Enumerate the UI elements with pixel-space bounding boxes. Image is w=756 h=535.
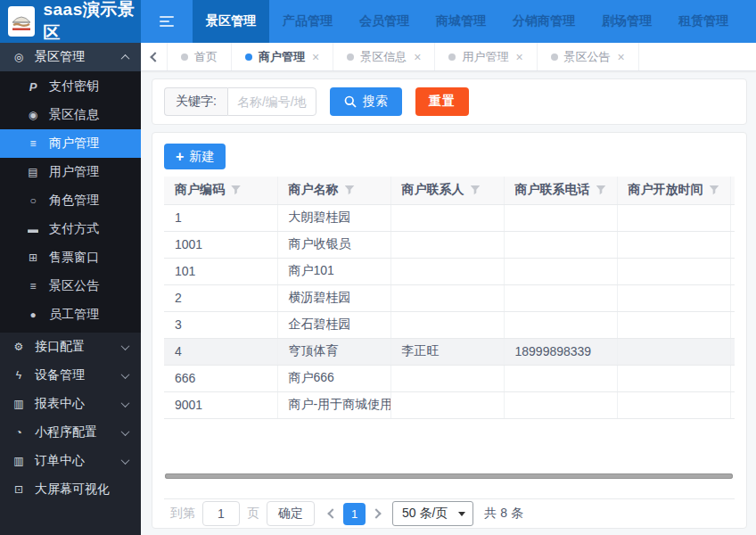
payment-badge-icon: ▬ bbox=[25, 223, 41, 235]
sidebar-item-report-center[interactable]: ▥ 报表中心 bbox=[0, 390, 141, 418]
reset-button[interactable]: 重置 bbox=[415, 87, 469, 116]
keyword-input-group: 关键字: bbox=[164, 87, 316, 116]
chevron-up-icon bbox=[121, 54, 130, 62]
search-button[interactable]: 搜索 bbox=[330, 87, 402, 116]
table-row: 1大朗碧桂园 bbox=[164, 204, 735, 231]
topnav-item-scenic[interactable]: 景区管理 bbox=[193, 0, 269, 43]
filter-funnel-icon[interactable] bbox=[471, 185, 481, 195]
logo-area: saas演示景区 bbox=[0, 0, 141, 43]
sidebar-item-ticket-window[interactable]: ⊞ 售票窗口 bbox=[0, 243, 141, 272]
column-header-merchant-code: 商户编码 bbox=[164, 177, 277, 204]
sidebar-item-staff-management[interactable]: ● 员工管理 bbox=[0, 300, 141, 329]
sidebar-item-pay-key[interactable]: P 支付密钥 bbox=[0, 72, 141, 101]
report-chart-icon: ▥ bbox=[11, 398, 27, 410]
chevron-down-icon bbox=[121, 427, 130, 436]
topnav-item-member[interactable]: 会员管理 bbox=[346, 0, 423, 43]
new-button[interactable]: + 新建 bbox=[164, 144, 226, 169]
tab-dot-icon bbox=[181, 54, 188, 61]
table-header-row: 商户编码 商户名称 商户联系人 商户联系电话 商户开放时间 地址 bbox=[164, 177, 735, 204]
tab-scenic-info[interactable]: 景区信息 × bbox=[333, 43, 435, 70]
tab-home[interactable]: 首页 bbox=[168, 43, 232, 70]
search-panel: 关键字: 搜索 重置 bbox=[152, 78, 747, 125]
main-area: 首页 商户管理 × 景区信息 × 用户管理 × bbox=[141, 43, 756, 535]
next-page-icon[interactable] bbox=[371, 508, 381, 518]
top-bar: saas演示景区 景区管理 产品管理 会员管理 商城管理 分销商管理 剧场管理 … bbox=[0, 0, 756, 43]
tab-dot-icon bbox=[448, 54, 456, 61]
filter-funnel-icon[interactable] bbox=[596, 185, 606, 195]
goto-page-label: 到第 bbox=[170, 506, 195, 522]
sidebar-item-miniprogram-config[interactable]: ◔ 小程序配置 bbox=[0, 418, 141, 447]
paypal-icon: P bbox=[25, 80, 41, 94]
close-icon[interactable]: × bbox=[515, 50, 522, 64]
tab-scenic-notice[interactable]: 景区公告 × bbox=[538, 43, 639, 70]
sidebar-item-big-screen[interactable]: ⊡ 大屏幕可视化 bbox=[0, 475, 141, 504]
goto-page-input[interactable] bbox=[202, 501, 240, 526]
table-row: 2横沥碧桂园 bbox=[164, 284, 735, 311]
top-nav: 景区管理 产品管理 会员管理 商城管理 分销商管理 剧场管理 租赁管理 bbox=[141, 0, 756, 43]
column-header-address: 地址 bbox=[730, 177, 735, 204]
search-icon bbox=[344, 95, 357, 108]
close-icon[interactable]: × bbox=[312, 50, 319, 64]
sidebar-item-scenic-notice[interactable]: ≡ 景区公告 bbox=[0, 272, 141, 300]
merchant-list-icon: ≡ bbox=[25, 137, 41, 150]
chevron-down-icon bbox=[121, 370, 130, 379]
sidebar-item-scenic-management[interactable]: ◎ 景区管理 bbox=[0, 43, 141, 71]
tab-bar: 首页 商户管理 × 景区信息 × 用户管理 × bbox=[141, 43, 756, 71]
topnav-item-theater[interactable]: 剧场管理 bbox=[588, 0, 665, 43]
sidebar-item-merchant-management[interactable]: ≡ 商户管理 bbox=[0, 129, 141, 158]
caret-down-icon bbox=[458, 512, 465, 516]
sidebar-item-payment-method[interactable]: ▬ 支付方式 bbox=[0, 215, 141, 243]
notice-list-icon: ≡ bbox=[25, 280, 41, 292]
content-area: 关键字: 搜索 重置 bbox=[141, 71, 756, 535]
staff-circle-icon: ● bbox=[25, 309, 41, 321]
prev-page-icon[interactable] bbox=[327, 508, 337, 518]
tab-user-management[interactable]: 用户管理 × bbox=[435, 43, 537, 70]
confirm-button[interactable]: 确定 bbox=[267, 501, 315, 526]
windows-icon: ⊞ bbox=[25, 251, 41, 264]
close-icon[interactable]: × bbox=[618, 50, 625, 64]
page-size-select[interactable]: 50 条/页 bbox=[392, 501, 473, 526]
sidebar: ◎ 景区管理 P 支付密钥 ◉ 景区信息 ≡ 商户管理 ▤ bbox=[0, 43, 141, 535]
chevron-left-icon bbox=[150, 52, 160, 62]
filter-funnel-icon[interactable] bbox=[345, 185, 355, 195]
scenic-logo-image bbox=[9, 9, 34, 34]
gears-icon: ⚙ bbox=[11, 341, 27, 353]
id-card-icon: ▤ bbox=[25, 166, 41, 178]
table-row: 101商户101 bbox=[164, 258, 735, 284]
page-unit-label: 页 bbox=[247, 506, 259, 522]
horizontal-scrollbar bbox=[164, 473, 735, 480]
tab-scroll-left-button[interactable] bbox=[141, 43, 168, 70]
topnav-item-product[interactable]: 产品管理 bbox=[269, 0, 346, 43]
column-header-merchant-name: 商户名称 bbox=[277, 177, 390, 204]
menu-fold-icon[interactable] bbox=[141, 0, 193, 43]
filter-funnel-icon[interactable] bbox=[710, 185, 719, 195]
app-logo bbox=[8, 6, 35, 37]
tab-dot-icon bbox=[245, 54, 252, 61]
plus-icon: + bbox=[176, 150, 184, 164]
app-title: saas演示景区 bbox=[43, 0, 141, 45]
total-count-label: 共 8 条 bbox=[484, 506, 523, 522]
info-circle-icon: ◉ bbox=[25, 109, 41, 121]
topnav-item-rental[interactable]: 租赁管理 bbox=[665, 0, 742, 43]
filter-funnel-icon[interactable] bbox=[231, 185, 241, 195]
sidebar-item-user-management[interactable]: ▤ 用户管理 bbox=[0, 158, 141, 186]
scrollbar-thumb[interactable] bbox=[165, 473, 733, 479]
sidebar-item-order-center[interactable]: ▥ 订单中心 bbox=[0, 447, 141, 475]
page-number-button[interactable]: 1 bbox=[343, 503, 366, 525]
device-bolt-icon: ϟ bbox=[11, 369, 27, 382]
close-icon[interactable]: × bbox=[414, 50, 421, 64]
scenic-area-icon: ◎ bbox=[11, 51, 27, 63]
topnav-item-distributor[interactable]: 分销商管理 bbox=[499, 0, 588, 43]
sidebar-item-device-management[interactable]: ϟ 设备管理 bbox=[0, 361, 141, 390]
topnav-item-mall[interactable]: 商城管理 bbox=[423, 0, 499, 43]
keyword-input[interactable] bbox=[227, 87, 316, 116]
column-header-open-time: 商户开放时间 bbox=[617, 177, 730, 204]
table-row-highlighted: 4穹顶体育李正旺18999898339 bbox=[164, 338, 735, 365]
merchant-table: 商户编码 商户名称 商户联系人 商户联系电话 商户开放时间 地址 bbox=[164, 177, 735, 419]
sidebar-item-role-management[interactable]: ○ 角色管理 bbox=[0, 186, 141, 215]
order-chart-icon: ▥ bbox=[11, 455, 27, 467]
sidebar-item-interface-config[interactable]: ⚙ 接口配置 bbox=[0, 333, 141, 361]
tab-merchant-management[interactable]: 商户管理 × bbox=[232, 43, 333, 70]
sidebar-item-label: 景区管理 bbox=[35, 49, 85, 65]
sidebar-item-scenic-info[interactable]: ◉ 景区信息 bbox=[0, 101, 141, 129]
